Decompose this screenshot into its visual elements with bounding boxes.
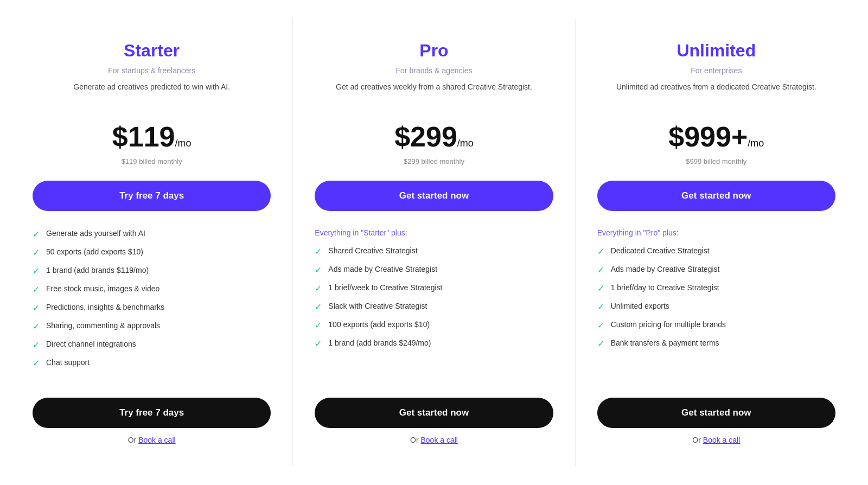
feature-item: ✓ Bank transfers & payment terms: [597, 338, 835, 349]
price-period: /mo: [748, 138, 764, 149]
cta-bottom-button[interactable]: Get started now: [315, 398, 553, 428]
check-icon: ✓: [33, 229, 40, 239]
plan-description: Get ad creatives weekly from a shared Cr…: [336, 81, 532, 105]
cta-top-button[interactable]: Try free 7 days: [33, 181, 271, 211]
feature-text: Ads made by Creative Strategist: [328, 264, 437, 275]
feature-item: ✓ Ads made by Creative Strategist: [315, 264, 553, 275]
plan-tagline: For brands & agencies: [396, 66, 473, 75]
feature-text: Unlimited exports: [611, 301, 669, 312]
feature-item: ✓ Custom pricing for multiple brands: [597, 320, 835, 330]
feature-text: 1 brand (add brands $119/mo): [46, 265, 149, 276]
feature-text: Predictions, insights & benchmarks: [46, 302, 164, 313]
feature-text: Bank transfers & payment terms: [611, 338, 719, 349]
feature-text: 1 brief/day to Creative Strategist: [611, 283, 719, 293]
feature-item: ✓ Sharing, commenting & approvals: [33, 321, 271, 331]
feature-item: ✓ Unlimited exports: [597, 301, 835, 312]
feature-text: 1 brand (add brands $249/mo): [328, 338, 431, 349]
features-section: Everything in "Starter" plus: ✓ Shared C…: [315, 228, 553, 376]
features-header: Everything in "Pro" plus:: [597, 228, 835, 237]
cta-bottom-button[interactable]: Try free 7 days: [33, 398, 271, 428]
feature-item: ✓ Direct channel integrations: [33, 339, 271, 350]
check-icon: ✓: [33, 247, 40, 258]
feature-item: ✓ Predictions, insights & benchmarks: [33, 302, 271, 313]
feature-item: ✓ Slack with Creative Strategist: [315, 301, 553, 312]
feature-text: Dedicated Creative Strategist: [611, 246, 710, 257]
feature-item: ✓ 1 brief/week to Creative Strategist: [315, 283, 553, 293]
bottom-actions: Get started now Or Book a call: [597, 398, 835, 444]
feature-item: ✓ Dedicated Creative Strategist: [597, 246, 835, 257]
check-icon: ✓: [33, 321, 40, 331]
price-amount: $119: [112, 121, 175, 152]
feature-item: ✓ 100 exports (add exports $10): [315, 320, 553, 330]
pricing-card-pro: Pro For brands & agencies Get ad creativ…: [293, 19, 575, 466]
check-icon: ✓: [597, 265, 604, 275]
check-icon: ✓: [315, 246, 322, 257]
feature-text: Slack with Creative Strategist: [328, 301, 427, 312]
feature-item: ✓ Chat support: [33, 358, 271, 368]
price-billing: $119 billed monthly: [122, 157, 182, 165]
feature-item: ✓ 1 brand (add brands $249/mo): [315, 338, 553, 349]
feature-text: Sharing, commenting & approvals: [46, 321, 160, 331]
feature-text: 1 brief/week to Creative Strategist: [328, 283, 442, 293]
price-billing: $299 billed monthly: [404, 157, 464, 165]
check-icon: ✓: [33, 303, 40, 313]
price-billing: $999 billed monthly: [686, 157, 746, 165]
feature-text: Ads made by Creative Strategist: [611, 264, 720, 275]
bottom-actions: Get started now Or Book a call: [315, 398, 553, 444]
feature-text: Free stock music, images & video: [46, 284, 159, 295]
check-icon: ✓: [597, 339, 604, 349]
price-period: /mo: [457, 138, 474, 149]
feature-text: 50 exports (add exports $10): [46, 247, 143, 258]
feature-text: Generate ads yourself with AI: [46, 228, 145, 239]
plan-name: Pro: [419, 41, 448, 61]
check-icon: ✓: [33, 358, 40, 368]
feature-item: ✓ Generate ads yourself with AI: [33, 228, 271, 239]
feature-item: ✓ Shared Creative Strategist: [315, 246, 553, 257]
check-icon: ✓: [315, 339, 322, 349]
cta-top-button[interactable]: Get started now: [315, 181, 553, 211]
check-icon: ✓: [315, 265, 322, 275]
feature-item: ✓ 1 brief/day to Creative Strategist: [597, 283, 835, 293]
feature-text: Shared Creative Strategist: [328, 246, 417, 257]
pricing-grid: Starter For startups & freelancers Gener…: [11, 19, 857, 466]
bottom-actions: Try free 7 days Or Book a call: [33, 398, 271, 444]
check-icon: ✓: [33, 284, 40, 295]
check-icon: ✓: [315, 320, 322, 330]
check-icon: ✓: [597, 320, 604, 330]
check-icon: ✓: [597, 246, 604, 257]
plan-description: Unlimited ad creatives from a dedicated …: [616, 81, 816, 105]
price-period: /mo: [175, 138, 192, 149]
plan-tagline: For enterprises: [691, 66, 742, 75]
feature-item: ✓ Ads made by Creative Strategist: [597, 264, 835, 275]
feature-text: Direct channel integrations: [46, 339, 136, 350]
book-call-link[interactable]: Book a call: [420, 436, 457, 444]
feature-text: 100 exports (add exports $10): [328, 320, 430, 330]
price-block: $299/mo: [394, 120, 474, 153]
price-block: $119/mo: [112, 120, 192, 153]
check-icon: ✓: [597, 283, 604, 293]
pricing-card-starter: Starter For startups & freelancers Gener…: [11, 19, 293, 466]
feature-item: ✓ Free stock music, images & video: [33, 284, 271, 295]
price-amount: $299: [394, 121, 457, 152]
feature-text: Chat support: [46, 358, 90, 368]
plan-description: Generate ad creatives predicted to win w…: [73, 81, 230, 105]
cta-top-button[interactable]: Get started now: [597, 181, 835, 211]
pricing-card-unlimited: Unlimited For enterprises Unlimited ad c…: [576, 19, 857, 466]
plan-name: Starter: [124, 41, 180, 61]
price-block: $999+/mo: [668, 120, 764, 153]
cta-bottom-button[interactable]: Get started now: [597, 398, 835, 428]
check-icon: ✓: [315, 302, 322, 312]
feature-item: ✓ 50 exports (add exports $10): [33, 247, 271, 258]
feature-text: Custom pricing for multiple brands: [611, 320, 726, 330]
or-book-text: Or Book a call: [692, 436, 740, 444]
features-section: Everything in "Pro" plus: ✓ Dedicated Cr…: [597, 228, 835, 376]
price-amount: $999+: [668, 121, 748, 152]
plan-name: Unlimited: [676, 41, 756, 61]
features-header: Everything in "Starter" plus:: [315, 228, 553, 237]
features-section: ✓ Generate ads yourself with AI ✓ 50 exp…: [33, 228, 271, 376]
book-call-link[interactable]: Book a call: [703, 436, 740, 444]
or-book-text: Or Book a call: [128, 436, 176, 444]
book-call-link[interactable]: Book a call: [138, 436, 175, 444]
check-icon: ✓: [33, 340, 40, 350]
check-icon: ✓: [597, 302, 604, 312]
